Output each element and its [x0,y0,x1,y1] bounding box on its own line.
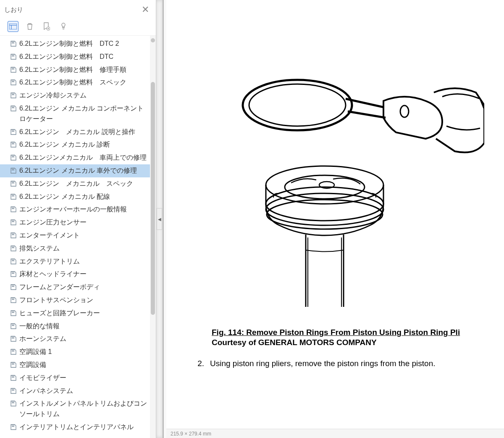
bookmark-label: ヒューズと回路ブレーカー [19,308,100,319]
bookmark-icon [10,400,17,406]
bookmark-item[interactable]: ホーンシステム [0,332,150,346]
bookmark-icon [10,283,17,290]
bookmark-item[interactable]: 空調設備 [0,359,150,372]
collapse-sidebar-icon[interactable]: ◀ [157,208,162,230]
bookmark-icon [10,374,17,381]
bookmark-label: 空調設備 1 [19,347,52,357]
sidebar-title: しおり [4,6,23,14]
bookmark-label: エンターテイメント [19,230,80,241]
svg-point-6 [400,106,409,117]
bookmark-item[interactable]: 6.2Lエンジン メカニカル スペック [0,177,150,190]
bookmark-item[interactable]: フロントサスペンション [0,294,150,307]
bookmark-label: 空調設備 [19,360,46,370]
add-bookmark-icon[interactable] [41,21,52,32]
bookmark-icon [10,258,17,264]
bookmark-label: エンジンオーバーホールの一般情報 [19,204,127,215]
outline-view-icon[interactable] [8,21,18,32]
bookmark-item[interactable]: 6.2Lエンジン制御と燃料 DTC 2 [0,37,150,50]
bookmark-label: インストルメントパネルトリムおよびコンソールトリム [19,398,147,420]
bookmark-icon [10,348,17,355]
bookmark-icon [10,79,17,85]
bookmark-icon [10,296,17,303]
bookmark-icon [10,219,17,225]
bookmark-item[interactable]: ヒューズと回路ブレーカー [0,307,150,320]
status-bar: 215.9 × 279.4 mm [166,429,504,438]
bookmark-item[interactable]: 6.2Lエンジン メカニカル 配線 [0,190,150,203]
bookmark-label: 6.2Lエンジン メカニカル 配線 [19,192,110,202]
bookmark-icon [10,361,17,368]
bookmark-label: 6.2Lエンジン メカニカル 説明と操作 [19,127,135,137]
page-dimensions: 215.9 × 279.4 mm [171,431,211,437]
bookmark-item[interactable]: 6.2Lエンジン制御と燃料 DTC [0,50,150,63]
bookmark-label: 6.2Lエンジンメカニカル 車両上での修理 [19,153,147,163]
bookmark-icon [10,53,17,60]
bookmark-item[interactable]: インパネシステム [0,385,150,398]
step-number: 2. [189,359,204,368]
sidebar-scrollbar[interactable] [150,36,156,438]
bookmark-item[interactable]: イモビライザー [0,372,150,385]
bookmark-icon [10,387,17,394]
bookmarks-sidebar: しおり ✕ 6.2Lエンジン制御と燃料 DTC 26.2Lエンジン制御と燃料 D… [0,0,156,438]
sidebar-toolbar [0,19,156,36]
svg-point-4 [243,80,352,130]
trash-icon[interactable] [24,21,35,32]
bookmark-item[interactable]: 6.2Lエンジンメカニカル 車両上での修理 [0,151,150,164]
bookmark-label: インテリアトリムとインテリアパネル [19,422,134,433]
bookmark-item[interactable]: 6.2Lエンジン制御と燃料 修理手順 [0,63,150,77]
bookmark-item[interactable]: エンジン圧力センサー [0,216,150,229]
bookmark-item[interactable]: 空調設備 1 [0,346,150,359]
bookmark-item[interactable]: 6.2Lエンジン制御と燃料 スペック [0,76,150,89]
bookmark-icon [10,66,17,73]
bookmark-icon [10,40,17,47]
bookmark-icon [10,154,17,161]
bookmark-item[interactable]: 一般的な情報 [0,320,150,333]
bookmark-label: ホーンシステム [19,334,66,344]
bookmark-label: 6.2Lエンジン メカニカル 車外での修理 [19,166,137,176]
bookmark-icon [10,322,17,329]
main-content: ◀ [156,0,504,438]
bookmark-item[interactable]: 排気システム [0,242,150,255]
figure-courtesy: Courtesy of GENERAL MOTORS COMPANY [212,338,504,347]
bookmark-item[interactable]: 6.2Lエンジン メカニカル 説明と操作 [0,126,150,139]
bookmark-label: 一般的な情報 [19,321,60,332]
bookmark-item[interactable]: 6.2Lエンジン メカニカル 車外での修理 [0,164,150,177]
bookmark-list: 6.2Lエンジン制御と燃料 DTC 26.2Lエンジン制御と燃料 DTC6.2L… [0,36,150,438]
bookmark-label: インパネシステム [19,386,73,396]
bookmark-icon [10,141,17,148]
scroll-thumb[interactable] [151,82,155,315]
bookmark-item[interactable]: 6.2Lエンジン メカニカル 診断 [0,138,150,151]
bookmark-label: エンジン圧力センサー [19,217,87,228]
bookmark-icon [10,128,17,135]
bookmark-label: 6.2Lエンジン制御と燃料 DTC 2 [19,39,119,49]
bookmark-icon [10,180,17,187]
bookmark-label: 床材とヘッドライナー [19,269,87,280]
bookmark-label: 6.2Lエンジン制御と燃料 スペック [19,77,126,88]
step-text: Using piston ring pliers, remove the pis… [210,359,435,368]
figure-image [203,29,488,315]
bookmark-icon [10,270,17,277]
bookmark-item[interactable]: 6.2Lエンジン メカニカル コンポーネントロケーター [0,102,150,126]
bookmark-icon [10,232,17,238]
bookmark-item[interactable]: エンターテイメント [0,229,150,242]
bookmark-label: フロントサスペンション [19,295,93,306]
tag-icon[interactable] [58,21,69,32]
bookmark-item[interactable]: フレームとアンダーボディ [0,281,150,294]
bookmark-item[interactable]: 床材とヘッドライナー [0,268,150,281]
bookmark-item[interactable]: エンジンオーバーホールの一般情報 [0,203,150,216]
svg-rect-0 [9,24,17,29]
bookmark-item[interactable]: インテリアトリムとインテリアパネル [0,421,150,434]
splitter[interactable]: ◀ [156,0,164,438]
bookmark-icon [10,335,17,342]
bookmark-item[interactable]: エクステリアトリム [0,255,150,268]
bookmark-item[interactable]: インストルメントパネルトリムおよびコンソールトリム [0,397,150,421]
close-icon[interactable]: ✕ [139,3,152,17]
scroll-thumb-top[interactable] [151,38,155,42]
bookmark-label: 排気システム [19,243,60,254]
instruction-step: 2. Using piston ring pliers, remove the … [189,359,504,368]
bookmark-label: 6.2Lエンジン メカニカル コンポーネントロケーター [19,103,147,124]
bookmark-icon [10,206,17,212]
bookmark-icon [10,167,17,174]
document-page: Fig. 114: Remove Piston Rings From Pisto… [166,0,504,429]
bookmark-list-wrap: 6.2Lエンジン制御と燃料 DTC 26.2Lエンジン制御と燃料 DTC6.2L… [0,36,156,438]
bookmark-item[interactable]: エンジン冷却システム [0,89,150,102]
